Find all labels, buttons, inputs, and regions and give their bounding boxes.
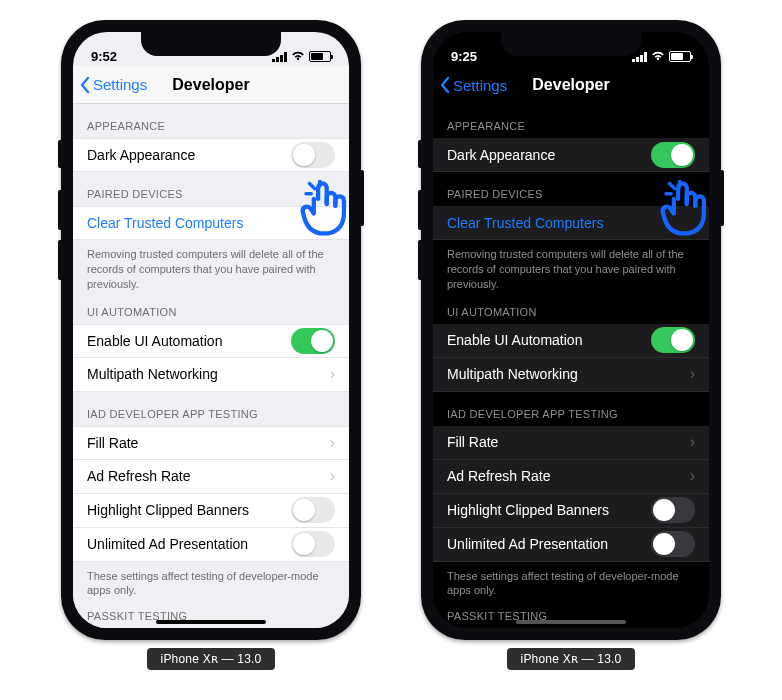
chevron-right-icon: ›	[330, 467, 335, 485]
home-indicator[interactable]	[156, 620, 266, 624]
back-button[interactable]: Settings	[439, 76, 507, 94]
section-header-uiauto: UI AUTOMATION	[73, 298, 349, 324]
navbar: Settings Developer	[73, 66, 349, 104]
status-icons	[632, 49, 691, 64]
row-fill-rate[interactable]: Fill Rate ›	[433, 426, 709, 460]
device-caption: iPhone Xʀ — 13.0	[507, 648, 636, 670]
row-label: Fill Rate	[447, 434, 690, 450]
row-label: Ad Refresh Rate	[87, 468, 330, 484]
back-label: Settings	[453, 77, 507, 94]
row-label: Highlight Clipped Banners	[447, 502, 651, 518]
row-label: Fill Rate	[87, 435, 330, 451]
highlight-clipped-toggle[interactable]	[291, 497, 335, 523]
screen-light: 9:52 Settings Developer APPEARANC	[73, 32, 349, 628]
section-header-passkit: PASSKIT TESTING	[433, 604, 709, 628]
section-header-passkit: PASSKIT TESTING	[73, 604, 349, 628]
unlimited-ad-toggle[interactable]	[291, 531, 335, 557]
notch	[141, 32, 281, 56]
section-header-iad: IAD DEVELOPER APP TESTING	[73, 392, 349, 426]
chevron-right-icon: ›	[690, 433, 695, 451]
chevron-right-icon: ›	[690, 467, 695, 485]
device-caption: iPhone Xʀ — 13.0	[147, 648, 276, 670]
chevron-right-icon: ›	[330, 434, 335, 452]
tap-hand-icon	[297, 180, 349, 246]
row-enable-ui-automation[interactable]: Enable UI Automation	[433, 324, 709, 358]
row-label: Multipath Networking	[447, 366, 690, 382]
unlimited-ad-toggle[interactable]	[651, 531, 695, 557]
back-button[interactable]: Settings	[79, 76, 147, 94]
battery-icon	[309, 51, 331, 62]
row-multipath-networking[interactable]: Multipath Networking ›	[73, 358, 349, 392]
wifi-icon	[291, 49, 305, 64]
row-label: Dark Appearance	[87, 147, 291, 163]
row-enable-ui-automation[interactable]: Enable UI Automation	[73, 324, 349, 358]
highlight-clipped-toggle[interactable]	[651, 497, 695, 523]
section-footer-iad: These settings affect testing of develop…	[433, 562, 709, 605]
row-label: Highlight Clipped Banners	[87, 502, 291, 518]
section-footer-paired: Removing trusted computers will delete a…	[433, 240, 709, 298]
section-header-appearance: APPEARANCE	[73, 104, 349, 138]
home-indicator[interactable]	[516, 620, 626, 624]
ui-automation-toggle[interactable]	[651, 327, 695, 353]
row-highlight-clipped[interactable]: Highlight Clipped Banners	[73, 494, 349, 528]
wifi-icon	[651, 49, 665, 64]
row-label: Unlimited Ad Presentation	[87, 536, 291, 552]
dark-appearance-toggle[interactable]	[651, 142, 695, 168]
section-header-iad: IAD DEVELOPER APP TESTING	[433, 392, 709, 426]
ui-automation-toggle[interactable]	[291, 328, 335, 354]
row-fill-rate[interactable]: Fill Rate ›	[73, 426, 349, 460]
dark-appearance-toggle[interactable]	[291, 142, 335, 168]
back-label: Settings	[93, 76, 147, 93]
row-label: Unlimited Ad Presentation	[447, 536, 651, 552]
row-label: Dark Appearance	[447, 147, 651, 163]
status-icons	[272, 49, 331, 64]
notch	[501, 32, 641, 56]
chevron-left-icon	[79, 76, 91, 94]
row-label: Enable UI Automation	[447, 332, 651, 348]
row-label: Ad Refresh Rate	[447, 468, 690, 484]
chevron-right-icon: ›	[330, 365, 335, 383]
row-ad-refresh-rate[interactable]: Ad Refresh Rate ›	[73, 460, 349, 494]
section-footer-paired: Removing trusted computers will delete a…	[73, 240, 349, 298]
row-unlimited-ad[interactable]: Unlimited Ad Presentation	[73, 528, 349, 562]
row-highlight-clipped[interactable]: Highlight Clipped Banners	[433, 494, 709, 528]
section-footer-iad: These settings affect testing of develop…	[73, 562, 349, 605]
chevron-right-icon: ›	[690, 365, 695, 383]
navbar: Settings Developer	[433, 66, 709, 104]
row-label: Multipath Networking	[87, 366, 330, 382]
chevron-left-icon	[439, 76, 451, 94]
row-multipath-networking[interactable]: Multipath Networking ›	[433, 358, 709, 392]
row-dark-appearance[interactable]: Dark Appearance	[73, 138, 349, 172]
section-header-uiauto: UI AUTOMATION	[433, 298, 709, 324]
row-unlimited-ad[interactable]: Unlimited Ad Presentation	[433, 528, 709, 562]
screen-dark: 9:25 Settings Developer APPEARANC	[433, 32, 709, 628]
status-time: 9:52	[91, 49, 117, 64]
row-dark-appearance[interactable]: Dark Appearance	[433, 138, 709, 172]
phone-frame-light: 9:52 Settings Developer APPEARANC	[61, 20, 361, 640]
tap-hand-icon	[657, 180, 709, 246]
row-label: Enable UI Automation	[87, 333, 291, 349]
battery-icon	[669, 51, 691, 62]
phone-frame-dark: 9:25 Settings Developer APPEARANC	[421, 20, 721, 640]
row-ad-refresh-rate[interactable]: Ad Refresh Rate ›	[433, 460, 709, 494]
status-time: 9:25	[451, 49, 477, 64]
section-header-appearance: APPEARANCE	[433, 104, 709, 138]
